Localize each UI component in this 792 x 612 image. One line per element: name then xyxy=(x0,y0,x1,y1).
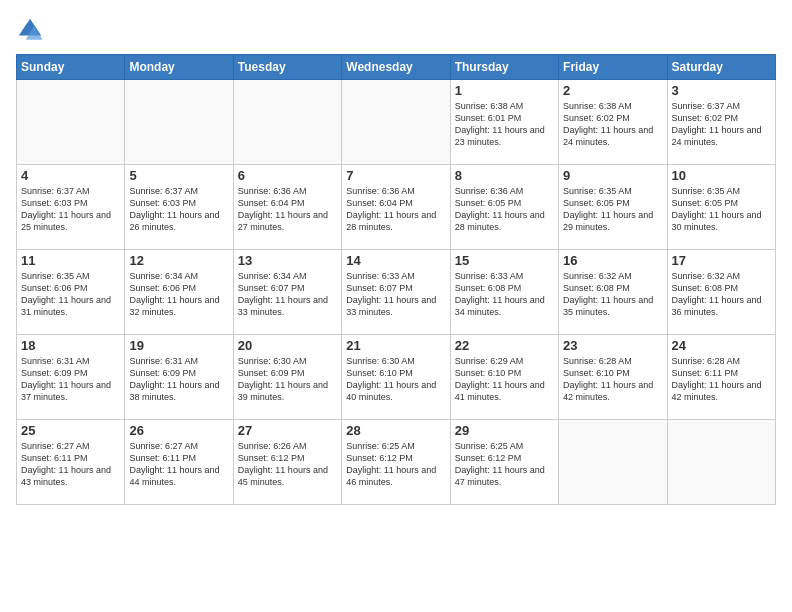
calendar-cell: 2Sunrise: 6:38 AM Sunset: 6:02 PM Daylig… xyxy=(559,80,667,165)
calendar-cell: 15Sunrise: 6:33 AM Sunset: 6:08 PM Dayli… xyxy=(450,250,558,335)
calendar-cell: 14Sunrise: 6:33 AM Sunset: 6:07 PM Dayli… xyxy=(342,250,450,335)
calendar-cell xyxy=(559,420,667,505)
calendar-cell: 4Sunrise: 6:37 AM Sunset: 6:03 PM Daylig… xyxy=(17,165,125,250)
day-info: Sunrise: 6:26 AM Sunset: 6:12 PM Dayligh… xyxy=(238,441,328,487)
calendar-header: SundayMondayTuesdayWednesdayThursdayFrid… xyxy=(17,55,776,80)
day-number: 18 xyxy=(21,338,120,353)
day-number: 15 xyxy=(455,253,554,268)
day-header-monday: Monday xyxy=(125,55,233,80)
day-info: Sunrise: 6:27 AM Sunset: 6:11 PM Dayligh… xyxy=(21,441,111,487)
calendar-cell: 17Sunrise: 6:32 AM Sunset: 6:08 PM Dayli… xyxy=(667,250,775,335)
day-number: 12 xyxy=(129,253,228,268)
day-number: 9 xyxy=(563,168,662,183)
day-number: 21 xyxy=(346,338,445,353)
day-number: 4 xyxy=(21,168,120,183)
day-number: 28 xyxy=(346,423,445,438)
day-info: Sunrise: 6:32 AM Sunset: 6:08 PM Dayligh… xyxy=(563,271,653,317)
day-number: 16 xyxy=(563,253,662,268)
day-info: Sunrise: 6:35 AM Sunset: 6:06 PM Dayligh… xyxy=(21,271,111,317)
day-info: Sunrise: 6:30 AM Sunset: 6:09 PM Dayligh… xyxy=(238,356,328,402)
day-number: 2 xyxy=(563,83,662,98)
day-number: 17 xyxy=(672,253,771,268)
calendar-cell: 25Sunrise: 6:27 AM Sunset: 6:11 PM Dayli… xyxy=(17,420,125,505)
week-row-0: 1Sunrise: 6:38 AM Sunset: 6:01 PM Daylig… xyxy=(17,80,776,165)
day-number: 11 xyxy=(21,253,120,268)
calendar-cell: 7Sunrise: 6:36 AM Sunset: 6:04 PM Daylig… xyxy=(342,165,450,250)
calendar-cell: 16Sunrise: 6:32 AM Sunset: 6:08 PM Dayli… xyxy=(559,250,667,335)
day-header-wednesday: Wednesday xyxy=(342,55,450,80)
day-number: 26 xyxy=(129,423,228,438)
calendar-cell: 28Sunrise: 6:25 AM Sunset: 6:12 PM Dayli… xyxy=(342,420,450,505)
calendar-cell: 3Sunrise: 6:37 AM Sunset: 6:02 PM Daylig… xyxy=(667,80,775,165)
header-row: SundayMondayTuesdayWednesdayThursdayFrid… xyxy=(17,55,776,80)
day-header-tuesday: Tuesday xyxy=(233,55,341,80)
week-row-3: 18Sunrise: 6:31 AM Sunset: 6:09 PM Dayli… xyxy=(17,335,776,420)
calendar-cell: 20Sunrise: 6:30 AM Sunset: 6:09 PM Dayli… xyxy=(233,335,341,420)
day-info: Sunrise: 6:31 AM Sunset: 6:09 PM Dayligh… xyxy=(129,356,219,402)
week-row-1: 4Sunrise: 6:37 AM Sunset: 6:03 PM Daylig… xyxy=(17,165,776,250)
calendar-cell: 18Sunrise: 6:31 AM Sunset: 6:09 PM Dayli… xyxy=(17,335,125,420)
day-number: 5 xyxy=(129,168,228,183)
day-number: 14 xyxy=(346,253,445,268)
header xyxy=(16,16,776,44)
calendar-cell: 6Sunrise: 6:36 AM Sunset: 6:04 PM Daylig… xyxy=(233,165,341,250)
day-header-friday: Friday xyxy=(559,55,667,80)
day-number: 22 xyxy=(455,338,554,353)
logo-icon xyxy=(16,16,44,44)
day-info: Sunrise: 6:31 AM Sunset: 6:09 PM Dayligh… xyxy=(21,356,111,402)
day-info: Sunrise: 6:36 AM Sunset: 6:04 PM Dayligh… xyxy=(238,186,328,232)
day-number: 13 xyxy=(238,253,337,268)
calendar-cell xyxy=(667,420,775,505)
calendar-body: 1Sunrise: 6:38 AM Sunset: 6:01 PM Daylig… xyxy=(17,80,776,505)
week-row-2: 11Sunrise: 6:35 AM Sunset: 6:06 PM Dayli… xyxy=(17,250,776,335)
calendar: SundayMondayTuesdayWednesdayThursdayFrid… xyxy=(16,54,776,505)
calendar-cell xyxy=(17,80,125,165)
calendar-cell: 12Sunrise: 6:34 AM Sunset: 6:06 PM Dayli… xyxy=(125,250,233,335)
calendar-cell: 8Sunrise: 6:36 AM Sunset: 6:05 PM Daylig… xyxy=(450,165,558,250)
calendar-cell xyxy=(342,80,450,165)
calendar-cell: 22Sunrise: 6:29 AM Sunset: 6:10 PM Dayli… xyxy=(450,335,558,420)
day-info: Sunrise: 6:32 AM Sunset: 6:08 PM Dayligh… xyxy=(672,271,762,317)
logo xyxy=(16,16,48,44)
day-header-thursday: Thursday xyxy=(450,55,558,80)
day-info: Sunrise: 6:36 AM Sunset: 6:04 PM Dayligh… xyxy=(346,186,436,232)
day-header-saturday: Saturday xyxy=(667,55,775,80)
day-info: Sunrise: 6:33 AM Sunset: 6:07 PM Dayligh… xyxy=(346,271,436,317)
day-info: Sunrise: 6:37 AM Sunset: 6:03 PM Dayligh… xyxy=(129,186,219,232)
calendar-cell: 21Sunrise: 6:30 AM Sunset: 6:10 PM Dayli… xyxy=(342,335,450,420)
day-number: 1 xyxy=(455,83,554,98)
day-info: Sunrise: 6:28 AM Sunset: 6:11 PM Dayligh… xyxy=(672,356,762,402)
calendar-cell: 9Sunrise: 6:35 AM Sunset: 6:05 PM Daylig… xyxy=(559,165,667,250)
day-info: Sunrise: 6:36 AM Sunset: 6:05 PM Dayligh… xyxy=(455,186,545,232)
day-number: 27 xyxy=(238,423,337,438)
day-number: 7 xyxy=(346,168,445,183)
day-info: Sunrise: 6:38 AM Sunset: 6:01 PM Dayligh… xyxy=(455,101,545,147)
day-number: 23 xyxy=(563,338,662,353)
day-info: Sunrise: 6:34 AM Sunset: 6:06 PM Dayligh… xyxy=(129,271,219,317)
day-info: Sunrise: 6:37 AM Sunset: 6:03 PM Dayligh… xyxy=(21,186,111,232)
day-number: 19 xyxy=(129,338,228,353)
day-number: 29 xyxy=(455,423,554,438)
day-info: Sunrise: 6:33 AM Sunset: 6:08 PM Dayligh… xyxy=(455,271,545,317)
day-info: Sunrise: 6:37 AM Sunset: 6:02 PM Dayligh… xyxy=(672,101,762,147)
calendar-cell: 1Sunrise: 6:38 AM Sunset: 6:01 PM Daylig… xyxy=(450,80,558,165)
day-number: 6 xyxy=(238,168,337,183)
calendar-cell: 19Sunrise: 6:31 AM Sunset: 6:09 PM Dayli… xyxy=(125,335,233,420)
calendar-cell xyxy=(125,80,233,165)
calendar-cell: 26Sunrise: 6:27 AM Sunset: 6:11 PM Dayli… xyxy=(125,420,233,505)
calendar-cell: 11Sunrise: 6:35 AM Sunset: 6:06 PM Dayli… xyxy=(17,250,125,335)
week-row-4: 25Sunrise: 6:27 AM Sunset: 6:11 PM Dayli… xyxy=(17,420,776,505)
calendar-cell: 5Sunrise: 6:37 AM Sunset: 6:03 PM Daylig… xyxy=(125,165,233,250)
day-info: Sunrise: 6:38 AM Sunset: 6:02 PM Dayligh… xyxy=(563,101,653,147)
day-info: Sunrise: 6:29 AM Sunset: 6:10 PM Dayligh… xyxy=(455,356,545,402)
day-header-sunday: Sunday xyxy=(17,55,125,80)
day-number: 24 xyxy=(672,338,771,353)
day-info: Sunrise: 6:34 AM Sunset: 6:07 PM Dayligh… xyxy=(238,271,328,317)
calendar-cell: 27Sunrise: 6:26 AM Sunset: 6:12 PM Dayli… xyxy=(233,420,341,505)
day-info: Sunrise: 6:28 AM Sunset: 6:10 PM Dayligh… xyxy=(563,356,653,402)
day-number: 20 xyxy=(238,338,337,353)
calendar-cell: 13Sunrise: 6:34 AM Sunset: 6:07 PM Dayli… xyxy=(233,250,341,335)
calendar-cell: 23Sunrise: 6:28 AM Sunset: 6:10 PM Dayli… xyxy=(559,335,667,420)
calendar-cell xyxy=(233,80,341,165)
day-info: Sunrise: 6:35 AM Sunset: 6:05 PM Dayligh… xyxy=(672,186,762,232)
